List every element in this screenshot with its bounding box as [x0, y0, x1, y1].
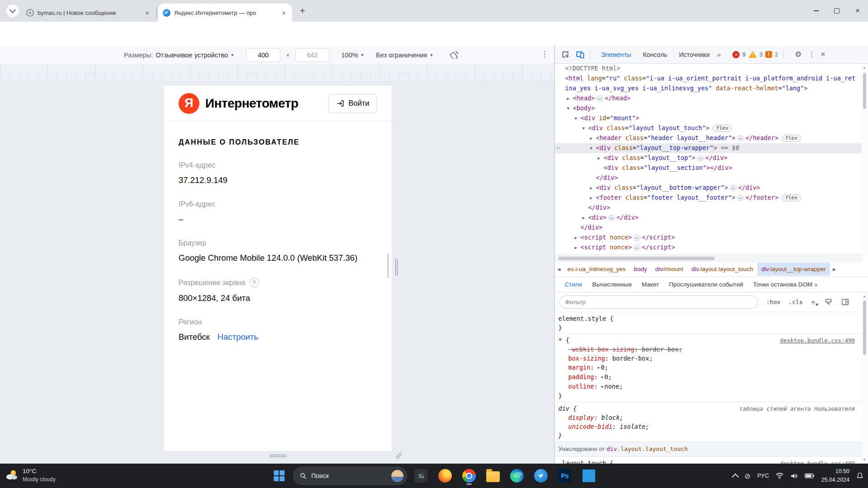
devtools-tab-Элементы[interactable]: Элементы [601, 51, 631, 58]
expand-arrow-icon[interactable]: ▼ [575, 114, 580, 123]
help-icon[interactable]: ? [250, 278, 259, 287]
styles-scrollbar[interactable]: ▲ ▼ [862, 292, 868, 464]
styles-tab-Вычисленные[interactable]: Вычисленные [592, 281, 632, 288]
taskbar-app-chrome[interactable] [459, 466, 479, 486]
style-rule[interactable]: desktop.bundle.css:489.layout_touch {cur… [555, 457, 862, 464]
taskbar-app-explorer[interactable] [483, 466, 503, 486]
devtools-menu-icon[interactable]: ⋮ [808, 50, 815, 59]
expand-arrow-icon[interactable]: ▶ [582, 213, 588, 223]
taskbar-clock[interactable]: 10:50 25.04.2024 [821, 467, 849, 484]
tray-expand-icon[interactable] [731, 473, 739, 480]
breadcrumb-item[interactable]: div.layout.layout_touch [688, 263, 757, 276]
taskbar-app-firefox[interactable] [435, 466, 455, 486]
devtools-settings-icon[interactable]: ⚙ [795, 50, 802, 59]
dom-tree-row[interactable]: ▶<head>…</head> [555, 94, 862, 103]
tab-search-button[interactable] [6, 5, 19, 17]
browser-tab-inactive[interactable]: bymas.ru | Новое сообщение × [22, 4, 156, 22]
dom-tree-row[interactable]: ▶<script nonce>…</script> [555, 243, 862, 253]
crumbs-scroll-left-icon[interactable]: ◀ [555, 267, 563, 272]
dom-tree-row[interactable]: ▼<div class="layout layout_touch">flex [555, 123, 862, 133]
css-property[interactable]: unicode-bidi: isolate; [558, 422, 859, 431]
devtools-close-icon[interactable]: × [821, 50, 826, 59]
styles-filter-input[interactable]: Фильтр [559, 296, 758, 309]
dom-tree-row[interactable]: ▶</div> [555, 223, 862, 233]
tab-close-icon[interactable]: × [280, 9, 288, 17]
page-scrollbar[interactable] [387, 253, 389, 278]
expand-arrow-icon[interactable]: ▶ [590, 193, 596, 203]
devtools-tab-Источники[interactable]: Источники [679, 51, 710, 58]
dom-tree-row[interactable]: ▶<div class="layout__section"></div> [555, 163, 862, 173]
dom-tree-row[interactable]: ▶<!DOCTYPE html> [555, 64, 862, 74]
css-property[interactable]: box-sizing: border-box; [558, 354, 859, 363]
taskbar-search[interactable]: Поиск [293, 467, 407, 485]
sidebar-layout-toggle-icon[interactable] [841, 298, 849, 306]
inline-expand-button[interactable]: … [737, 195, 744, 201]
dom-tree-row[interactable]: ▼<div id="mount"> [555, 113, 862, 123]
toggle-hover-state-button[interactable]: :hov [766, 299, 780, 305]
configure-region-link[interactable]: Настроить [217, 332, 258, 342]
css-property[interactable]: display: block; [558, 413, 859, 422]
yandex-logo[interactable]: Я [179, 93, 199, 114]
viewport-resize-handle-bottom[interactable] [269, 454, 287, 457]
window-close-button[interactable]: × [847, 0, 868, 22]
taskbar-app-vscode[interactable] [579, 466, 599, 486]
dom-tree-row[interactable]: ▶<script nonce>…</script> [555, 233, 862, 243]
taskbar-app-mail[interactable] [531, 466, 551, 486]
viewport-width-input[interactable]: 400 [246, 48, 280, 62]
flex-badge[interactable]: flex [782, 135, 801, 142]
dom-tree-row[interactable]: ▶<header class="header layout__header">…… [555, 133, 862, 143]
styles-tab-Точки останова DOM[interactable]: Точки останова DOM [753, 281, 812, 288]
expand-arrow-icon[interactable]: ▶ [575, 233, 580, 243]
styles-tab-Прослушиватели событий[interactable]: Прослушиватели событий [669, 281, 743, 288]
flex-badge[interactable]: flex [782, 194, 801, 202]
viewport-resize-handle-corner[interactable] [394, 452, 401, 459]
dom-tree-row[interactable]: ▶<div class="layout__bottom-wrapper">…</… [555, 183, 862, 193]
dom-tree-row[interactable]: ▶<html lang="ru" class="i-ua i-ua_orient… [555, 74, 862, 84]
stylesheet-link[interactable]: desktop.bundle.css:489 [780, 459, 855, 464]
device-preset-dropdown[interactable]: Отзывчивое устройство [156, 52, 228, 59]
dom-tree-row[interactable]: ▶<div>…</div> [555, 213, 862, 223]
notification-bell-icon[interactable] [856, 472, 863, 479]
more-panels-button[interactable]: » [717, 51, 721, 58]
expand-value-icon[interactable]: ▶ [601, 385, 604, 389]
new-tab-button[interactable]: + [297, 5, 308, 17]
inline-expand-button[interactable]: … [633, 235, 641, 241]
browser-tab-active[interactable]: Яндекс.Интернетометр — про × [158, 4, 292, 22]
inspect-element-icon[interactable] [561, 50, 570, 59]
style-rule[interactable]: desktop.bundle.css:490* {-webkit-box-siz… [555, 334, 862, 402]
css-property[interactable]: -webkit-box-sizing: border-box; [558, 345, 859, 354]
dom-tree-scrollbar[interactable]: ▲ [862, 64, 868, 254]
dom-tree-row[interactable]: ▶<div class="layout__top">…</div> [555, 153, 862, 163]
style-rule[interactable]: element.style {} [555, 312, 862, 334]
style-rule[interactable]: таблица стилей агента пользователяdiv {d… [555, 402, 862, 442]
language-indicator[interactable]: РУС [757, 473, 769, 479]
error-badge-icon[interactable]: × [732, 51, 740, 58]
dom-tree-row[interactable]: ▼<body> [555, 103, 862, 113]
inline-expand-button[interactable]: … [737, 135, 744, 141]
breadcrumb-item[interactable]: es.i-ua_inlinesvg_yes [563, 263, 630, 276]
css-property[interactable]: padding: ▶0; [558, 372, 859, 382]
inherited-node-link[interactable]: div.layout.layout_touch [606, 446, 688, 452]
inline-expand-button[interactable]: … [633, 244, 641, 251]
breadcrumb-item[interactable]: div.layout__top-wrapper [757, 263, 830, 276]
css-property[interactable]: outline: ▶none; [558, 382, 859, 391]
breadcrumb-item[interactable]: div#mount [651, 263, 687, 276]
expand-value-icon[interactable]: ▶ [598, 366, 600, 370]
dom-tree-row[interactable]: ⋯▼<div class="layout__top-wrapper"> == $… [555, 143, 862, 153]
inline-expand-button[interactable]: … [596, 95, 604, 102]
throttling-dropdown[interactable]: Без ограничения [376, 52, 427, 59]
start-button[interactable] [269, 466, 289, 486]
expand-arrow-icon[interactable]: ▼ [590, 144, 596, 153]
css-property[interactable]: margin: ▶0; [558, 363, 859, 372]
row-hover-menu-icon[interactable]: ⋯ [557, 143, 559, 153]
window-minimize-button[interactable] [806, 0, 826, 22]
dom-tree-row[interactable]: ▶<footer class="footer layout__footer">…… [555, 193, 862, 203]
battery-icon[interactable] [805, 473, 814, 479]
taskbar-app-photos[interactable] [411, 466, 431, 486]
expand-arrow-icon[interactable]: ▶ [590, 134, 596, 143]
device-toolbar-toggle-icon[interactable] [576, 50, 585, 59]
dom-tree-row[interactable]: ▶ina_yes i-ua_svg_yes i-ua_inlinesvg_yes… [555, 84, 862, 94]
crumbs-scroll-right-icon[interactable]: ▶ [830, 267, 839, 272]
devtools-tab-Консоль[interactable]: Консоль [643, 51, 667, 58]
volume-icon[interactable] [790, 473, 798, 479]
